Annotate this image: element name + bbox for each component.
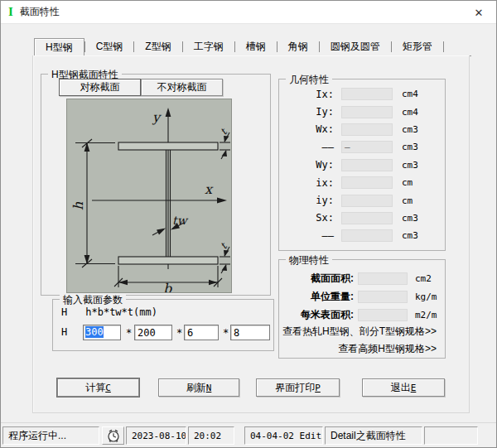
tab-h-steel[interactable]: H型钢: [34, 38, 84, 56]
multiply-sign: *: [223, 327, 229, 339]
iy-radius-field: [341, 195, 393, 207]
width-input[interactable]: [134, 325, 172, 340]
geometric-properties-group: 几何特性 Ix:cm4 Iy:cm4 Wx:cm3 ———cm3 Wy:cm3 …: [278, 79, 446, 251]
asymmetric-section-button[interactable]: 不对称截面: [141, 79, 223, 96]
weight-value-field: [358, 291, 408, 303]
dash-value-field-2: [341, 229, 393, 242]
tab-angle-steel[interactable]: 角钢: [277, 38, 319, 55]
geometry-row: iy:cm: [279, 191, 445, 209]
exit-button[interactable]: 退出E: [362, 378, 445, 397]
tab-rect-tube[interactable]: 矩形管: [392, 38, 443, 55]
web-thickness-input[interactable]: [184, 325, 219, 340]
status-bar: 程序运行中... 2023-08-10 20:02 04-04-02 Editi…: [1, 422, 496, 448]
geometry-rows: Ix:cm4 Iy:cm4 Wx:cm3 ———cm3 Wy:cm3 ix:cm…: [279, 85, 445, 245]
geometry-row: Wx:cm3: [279, 121, 445, 138]
surface-value-field: [358, 309, 408, 321]
multiply-sign: *: [126, 327, 132, 339]
iy-value-field: [341, 106, 393, 118]
geometry-row: ———cm3: [279, 138, 445, 156]
format-prefix: H: [61, 306, 67, 318]
geometry-row: Ix:cm4: [279, 85, 445, 103]
geometry-row: Sx:cm3: [279, 210, 445, 227]
flange-thickness-input[interactable]: [230, 325, 270, 340]
wx-value-field: [341, 123, 393, 136]
ix-value-field: [341, 88, 393, 100]
ibeam-app-icon: I: [8, 6, 13, 18]
tab-bar: H型钢 C型钢 Z型钢 工字钢 槽钢 角钢 圆钢及圆管 矩形管: [34, 38, 471, 56]
physical-properties-group: 物理特性 截面面积:cm2 单位重量:kg/m 每米表面积:m2/m 查看热轧H…: [278, 259, 446, 359]
physical-row: 每米表面积:m2/m: [279, 306, 445, 324]
print-button[interactable]: 界面打印P: [256, 378, 340, 397]
h-beam-diagram: y x h tw b t t: [66, 99, 232, 293]
dash-value-field: —: [341, 141, 393, 153]
diagram-label-y: y: [152, 109, 162, 125]
h-beam-diagram-svg: y x h tw b t t: [67, 99, 231, 292]
tab-separator: [443, 41, 444, 52]
diagram-label-t-top: t: [218, 126, 230, 137]
diagram-label-t-bottom: t: [218, 240, 230, 252]
hot-rolled-spec-link[interactable]: 查看热轧H型钢、剖分T型钢规格>>: [279, 323, 437, 340]
status-edition: 04-04-02 Edition: [244, 426, 323, 445]
diagram-label-tw: tw: [172, 214, 189, 227]
diagram-label-b: b: [163, 281, 172, 292]
tab-i-beam[interactable]: 工字钢: [183, 38, 234, 55]
status-date: 2023-08-10: [126, 426, 186, 445]
physical-row: 截面面积:cm2: [279, 269, 445, 287]
calculate-button[interactable]: 计算C: [57, 378, 139, 397]
area-value-field: [358, 272, 408, 285]
status-time: 20:02: [188, 426, 234, 445]
diagram-label-h: h: [70, 201, 86, 210]
input-row: H 300 * * *: [53, 325, 273, 341]
section-properties-dialog: I 截面特性 ✕ H型钢 C型钢 Z型钢 工字钢 槽钢 角钢 圆钢及圆管 矩形管…: [0, 0, 497, 448]
status-detail: Detail之截面特性: [325, 426, 422, 445]
high-freq-spec-link[interactable]: 查看高频H型钢规格>>: [279, 340, 437, 358]
spec-links: 查看热轧H型钢、剖分T型钢规格>> 查看高频H型钢规格>>: [279, 323, 437, 358]
tab-c-steel[interactable]: C型钢: [85, 38, 134, 55]
diagram-label-x: x: [205, 181, 214, 197]
close-icon[interactable]: ✕: [461, 1, 496, 24]
input-params-group: 输入截面参数 Hh*b*tw*t(mm) H 300 * * *: [52, 299, 274, 351]
physical-rows: 截面面积:cm2 单位重量:kg/m 每米表面积:m2/m: [279, 269, 445, 325]
multiply-sign: *: [176, 327, 182, 339]
geometry-row: ix:cm: [279, 174, 445, 191]
wy-value-field: [341, 159, 393, 171]
window-title: 截面特性: [20, 5, 60, 19]
status-blank: [424, 426, 478, 445]
geometry-row: Wy:cm3: [279, 157, 445, 174]
group-title: 物理特性: [286, 253, 332, 267]
symmetric-section-button[interactable]: 对称截面: [59, 79, 141, 96]
geometry-row: ——cm3: [279, 227, 445, 244]
selected-text: 300: [85, 326, 104, 338]
geometry-row: Iy:cm4: [279, 103, 445, 120]
sx-value-field: [341, 212, 393, 224]
refresh-button[interactable]: 刷新N: [158, 378, 239, 397]
title-bar: I 截面特性 ✕: [1, 1, 496, 24]
h-section-group: H型钢截面特性 对称截面 不对称截面: [41, 74, 271, 296]
format-line: Hh*b*tw*t(mm): [61, 306, 157, 318]
clock-icon[interactable]: [102, 426, 124, 445]
tab-z-steel[interactable]: Z型钢: [134, 38, 181, 55]
height-input[interactable]: 300: [83, 325, 121, 340]
group-title: 输入截面参数: [60, 293, 126, 307]
status-running: 程序运行中...: [2, 426, 99, 445]
tab-channel-steel[interactable]: 槽钢: [235, 38, 277, 55]
physical-row: 单位重量:kg/m: [279, 287, 445, 306]
tab-round-steel-pipe[interactable]: 圆钢及圆管: [320, 38, 391, 55]
format-spec: h*b*tw*t(mm): [85, 306, 157, 318]
ix-radius-field: [341, 176, 393, 189]
row-label: H: [61, 326, 67, 338]
